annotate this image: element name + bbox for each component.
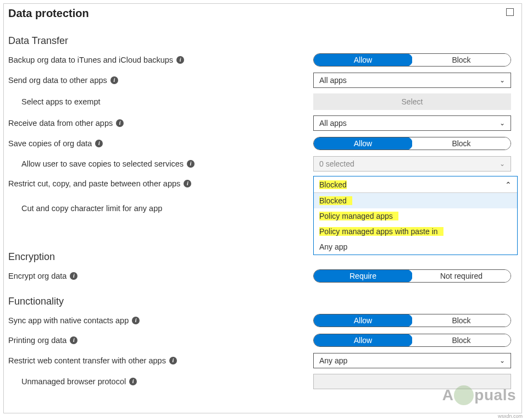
section-title-data-transfer: Data Transfer <box>8 35 517 47</box>
dropdown-restrict-option-policy-paste[interactable]: Policy managed apps with paste in <box>314 224 517 239</box>
info-icon[interactable]: i <box>129 378 137 385</box>
source-url: wsxdn.com <box>498 413 523 419</box>
info-icon[interactable]: i <box>187 160 195 168</box>
dropdown-restrict-selected-text: Blocked <box>319 180 347 189</box>
label-print-text: Printing org data <box>8 336 66 345</box>
option-text: Any app <box>319 242 347 251</box>
info-icon[interactable]: i <box>70 336 77 344</box>
chevron-down-icon: ⌄ <box>500 76 505 84</box>
info-icon[interactable]: i <box>110 76 118 84</box>
toggle-print-allow[interactable]: Allow <box>313 334 413 347</box>
label-encrypt: Encrypt org data i <box>8 272 313 280</box>
row-backup: Backup org data to iTunes and iCloud bac… <box>8 50 517 70</box>
close-icon[interactable] <box>506 8 514 16</box>
chevron-down-icon: ⌄ <box>500 357 505 364</box>
dropdown-receive[interactable]: All apps ⌄ <box>313 115 511 131</box>
chevron-down-icon: ⌄ <box>500 119 505 127</box>
info-icon[interactable]: i <box>116 119 124 127</box>
label-restrict: Restrict cut, copy, and paste between ot… <box>8 177 313 188</box>
label-webrestrict: Restrict web content transfer with other… <box>8 356 313 365</box>
label-allow-save: Allow user to save copies to selected se… <box>8 159 313 168</box>
label-sync-text: Sync app with native contacts app <box>8 316 129 325</box>
label-webrestrict-text: Restrict web content transfer with other… <box>8 356 166 365</box>
dropdown-webrestrict-value: Any app <box>319 356 347 365</box>
label-save: Save copies of org data i <box>8 139 313 148</box>
row-receive: Receive data from other apps i All apps … <box>8 113 517 134</box>
section-functionality: Functionality Sync app with native conta… <box>8 296 517 392</box>
toggle-backup-allow[interactable]: Allow <box>313 53 413 67</box>
label-send-text: Send org data to other apps <box>8 76 107 85</box>
toggle-encrypt-require[interactable]: Require <box>313 269 413 283</box>
dropdown-restrict-option-blocked[interactable]: Blocked <box>314 193 517 208</box>
dropdown-webrestrict[interactable]: Any app ⌄ <box>313 353 511 368</box>
dropdown-restrict-option-policy[interactable]: Policy managed apps <box>314 208 517 224</box>
select-exempt-button[interactable]: Select <box>313 93 511 110</box>
dropdown-allow-save[interactable]: 0 selected ⌄ <box>313 156 511 172</box>
panel-header: Data protection <box>8 6 517 25</box>
label-exempt: Select apps to exempt <box>8 97 313 106</box>
row-print: Printing org data i Allow Block <box>8 330 517 350</box>
toggle-print-block[interactable]: Block <box>412 334 511 346</box>
label-backup: Backup org data to iTunes and iCloud bac… <box>8 56 313 64</box>
toggle-sync-block[interactable]: Block <box>412 314 511 327</box>
toggle-save[interactable]: Allow Block <box>313 137 511 150</box>
label-unmanaged-text: Unmanaged browser protocol <box>21 377 126 386</box>
option-text: Policy managed apps <box>319 212 398 220</box>
label-receive-text: Receive data from other apps <box>8 119 113 128</box>
section-data-transfer: Data Transfer Backup org data to iTunes … <box>8 35 517 218</box>
info-icon[interactable]: i <box>184 180 191 187</box>
option-text: Blocked <box>319 196 352 205</box>
label-print: Printing org data i <box>8 336 313 345</box>
data-protection-panel: Data protection Data Transfer Backup org… <box>3 3 522 413</box>
info-icon[interactable]: i <box>169 357 177 364</box>
unmanaged-protocol-input[interactable] <box>313 374 511 389</box>
info-icon[interactable]: i <box>70 272 77 280</box>
row-send: Send org data to other apps i All apps ⌄ <box>8 70 517 91</box>
info-icon[interactable]: i <box>176 56 184 64</box>
toggle-sync[interactable]: Allow Block <box>313 314 511 327</box>
toggle-encrypt-notreq[interactable]: Not required <box>412 270 511 282</box>
section-title-functionality: Functionality <box>8 296 517 307</box>
row-sync: Sync app with native contacts app i Allo… <box>8 311 517 330</box>
label-charlimit: Cut and copy character limit for any app <box>8 204 313 213</box>
section-encryption: Encryption Encrypt org data i Require No… <box>8 251 517 286</box>
label-charlimit-text: Cut and copy character limit for any app <box>21 204 162 213</box>
info-icon[interactable]: i <box>132 317 140 324</box>
dropdown-restrict-list: Blocked Policy managed apps Policy manag… <box>314 193 517 255</box>
toggle-save-block[interactable]: Block <box>412 137 511 150</box>
row-webrestrict: Restrict web content transfer with other… <box>8 350 517 371</box>
row-allow-save-services: Allow user to save copies to selected se… <box>8 153 517 174</box>
label-exempt-text: Select apps to exempt <box>21 97 100 106</box>
row-save: Save copies of org data i Allow Block <box>8 134 517 153</box>
label-send: Send org data to other apps i <box>8 76 313 85</box>
label-encrypt-text: Encrypt org data <box>8 272 66 280</box>
dropdown-allow-save-value: 0 selected <box>319 159 354 168</box>
row-exempt: Select apps to exempt Select <box>8 91 517 113</box>
toggle-backup-block[interactable]: Block <box>412 54 511 66</box>
toggle-sync-allow[interactable]: Allow <box>313 314 413 327</box>
toggle-backup[interactable]: Allow Block <box>313 53 511 67</box>
dropdown-restrict-selected[interactable]: Blocked ⌃ <box>314 176 517 193</box>
info-icon[interactable]: i <box>95 140 103 147</box>
label-backup-text: Backup org data to iTunes and iCloud bac… <box>8 56 173 64</box>
chevron-down-icon: ⌄ <box>500 160 505 168</box>
label-receive: Receive data from other apps i <box>8 119 313 128</box>
panel-title: Data protection <box>8 7 89 20</box>
dropdown-send-value: All apps <box>319 76 347 85</box>
dropdown-restrict-open[interactable]: Blocked ⌃ Blocked Policy managed apps Po… <box>313 176 518 255</box>
label-sync: Sync app with native contacts app i <box>8 316 313 325</box>
row-unmanaged: Unmanaged browser protocol i <box>8 371 517 392</box>
dropdown-receive-value: All apps <box>319 119 347 128</box>
label-unmanaged: Unmanaged browser protocol i <box>8 377 313 386</box>
toggle-encrypt[interactable]: Require Not required <box>313 269 511 283</box>
chevron-up-icon: ⌃ <box>505 180 512 189</box>
label-save-text: Save copies of org data <box>8 139 92 148</box>
toggle-print[interactable]: Allow Block <box>313 334 511 347</box>
label-restrict-text: Restrict cut, copy, and paste between ot… <box>8 179 180 188</box>
option-text: Policy managed apps with paste in <box>319 227 443 236</box>
label-allow-save-text: Allow user to save copies to selected se… <box>21 159 184 168</box>
toggle-save-allow[interactable]: Allow <box>313 137 413 150</box>
dropdown-restrict-option-any[interactable]: Any app <box>314 239 517 255</box>
row-encrypt: Encrypt org data i Require Not required <box>8 266 517 286</box>
dropdown-send[interactable]: All apps ⌄ <box>313 73 511 88</box>
